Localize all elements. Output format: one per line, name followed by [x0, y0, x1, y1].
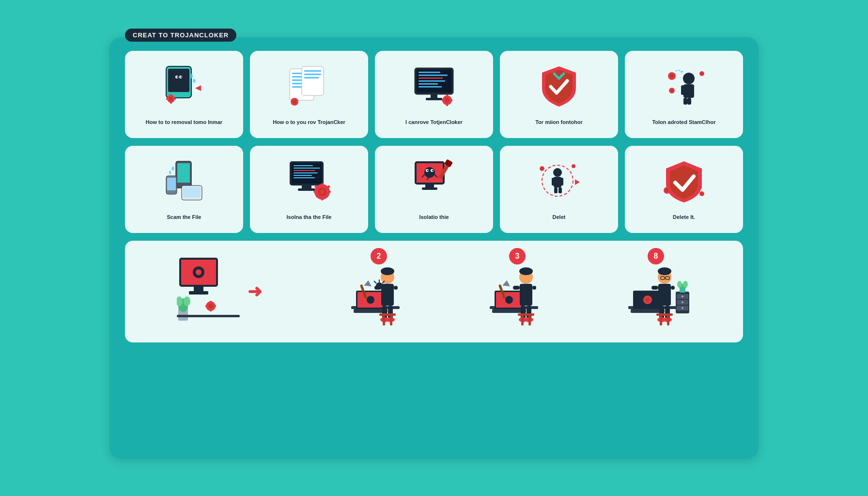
svg-rect-104 — [552, 178, 556, 186]
svg-rect-19 — [174, 98, 176, 100]
svg-rect-40 — [431, 94, 437, 98]
svg-rect-196 — [656, 313, 673, 316]
card-label-1-3: I canrove TotjenCloker — [405, 119, 463, 125]
card-icon-1-4 — [505, 57, 613, 115]
svg-rect-29 — [304, 77, 319, 78]
shield-check-2-icon — [662, 159, 706, 202]
svg-rect-71 — [294, 168, 320, 169]
svg-point-142 — [381, 267, 394, 275]
svg-point-122 — [196, 269, 202, 275]
svg-point-12 — [193, 79, 196, 83]
svg-rect-173 — [518, 313, 534, 316]
svg-point-165 — [519, 267, 533, 275]
svg-rect-134 — [214, 305, 216, 307]
hacker-circle-icon — [537, 159, 581, 202]
svg-rect-27 — [304, 70, 321, 72]
shield-check-icon — [537, 64, 581, 108]
card-1-3: I canrove TotjenCloker — [375, 51, 493, 138]
svg-rect-105 — [559, 178, 563, 186]
person-scene-3: 3 — [485, 253, 543, 330]
svg-point-57 — [670, 89, 673, 92]
svg-rect-123 — [194, 287, 203, 292]
main-container: CREAT TO TROJANCLOKER — [109, 37, 759, 459]
svg-point-5 — [177, 77, 178, 78]
svg-rect-174 — [521, 316, 524, 326]
card-icon-2-2 — [255, 152, 363, 210]
svg-rect-47 — [450, 99, 452, 101]
card-label-1-2: How o to you rov TrojanCker — [273, 119, 345, 125]
card-2-3: Isolatio thie — [375, 146, 493, 233]
svg-point-11 — [190, 74, 193, 78]
svg-rect-51 — [689, 85, 694, 95]
card-icon-1-3 — [380, 57, 488, 115]
hacker-gears-icon — [662, 64, 706, 108]
card-label-2-5: Delete It. — [673, 214, 695, 220]
svg-rect-61 — [177, 163, 190, 183]
svg-rect-97 — [425, 185, 434, 188]
svg-rect-83 — [313, 191, 317, 193]
card-1-1: How to to removal tomo Inmar — [125, 51, 243, 138]
svg-point-112 — [573, 165, 574, 167]
monitor-code-icon — [412, 64, 456, 108]
svg-rect-52 — [683, 98, 687, 105]
svg-rect-150 — [379, 313, 396, 316]
document-files-icon — [287, 64, 331, 108]
svg-rect-151 — [383, 316, 385, 326]
monitor-bug-hammer-icon — [412, 159, 456, 202]
svg-marker-108 — [575, 179, 580, 185]
svg-rect-76 — [302, 186, 311, 189]
person-scene-2: 2 — [346, 253, 404, 330]
svg-point-139 — [367, 296, 374, 304]
step-badge-2: 2 — [371, 248, 387, 264]
card-1-4: Tor miion fontohor — [500, 51, 618, 138]
card-2-5: Delete It. — [625, 146, 743, 233]
svg-point-89 — [424, 167, 435, 178]
svg-rect-37 — [418, 80, 445, 82]
svg-rect-45 — [446, 104, 448, 106]
svg-point-55 — [670, 74, 674, 78]
svg-rect-70 — [294, 165, 313, 166]
svg-rect-135 — [177, 315, 240, 317]
card-label-1-5: Tolon adroted StamClhor — [652, 119, 715, 125]
card-label-2-4: Delet — [553, 214, 566, 220]
svg-point-93 — [432, 170, 434, 171]
svg-marker-13 — [195, 85, 201, 91]
card-label-2-1: Scam the File — [167, 214, 202, 220]
svg-point-116 — [701, 193, 703, 195]
svg-rect-166 — [520, 284, 532, 306]
person-scene-8: 8 — [623, 253, 691, 330]
grid-row-2: Scam the File — [125, 146, 743, 233]
grid-section: How to to removal tomo Inmar — [125, 51, 743, 233]
svg-point-128 — [184, 296, 190, 306]
svg-rect-82 — [321, 197, 323, 201]
card-label-1-4: Tor miion fontohor — [535, 119, 583, 125]
card-icon-2-4 — [505, 152, 613, 210]
person-scene-8-svg — [623, 253, 691, 330]
svg-rect-72 — [294, 170, 315, 171]
svg-rect-81 — [321, 183, 323, 186]
step-badge-8: 8 — [648, 248, 664, 264]
person-scene-2-svg — [346, 253, 404, 330]
svg-rect-74 — [294, 175, 312, 176]
svg-rect-197 — [660, 316, 662, 326]
person-scene-3-svg — [485, 253, 543, 330]
svg-point-31 — [293, 100, 296, 104]
svg-point-80 — [320, 190, 324, 194]
svg-rect-198 — [667, 316, 669, 326]
svg-point-48 — [683, 73, 695, 84]
svg-rect-124 — [189, 291, 208, 294]
svg-rect-143 — [381, 284, 394, 306]
monitor-scene: ➜ — [177, 253, 266, 330]
svg-rect-50 — [681, 85, 686, 95]
svg-rect-65 — [183, 187, 201, 198]
svg-point-204 — [682, 301, 683, 303]
card-icon-1-5 — [630, 57, 738, 115]
svg-point-209 — [683, 281, 688, 288]
card-2-2: Isolna tha the File — [250, 146, 368, 233]
grid-row-1: How to to removal tomo Inmar — [125, 51, 743, 138]
svg-rect-63 — [167, 178, 176, 190]
card-label-1-1: How to to removal tomo Inmar — [146, 119, 222, 125]
card-icon-1-2 — [255, 57, 363, 115]
svg-point-15 — [169, 97, 173, 101]
card-1-5: Tolon adroted StamClhor — [625, 51, 743, 138]
